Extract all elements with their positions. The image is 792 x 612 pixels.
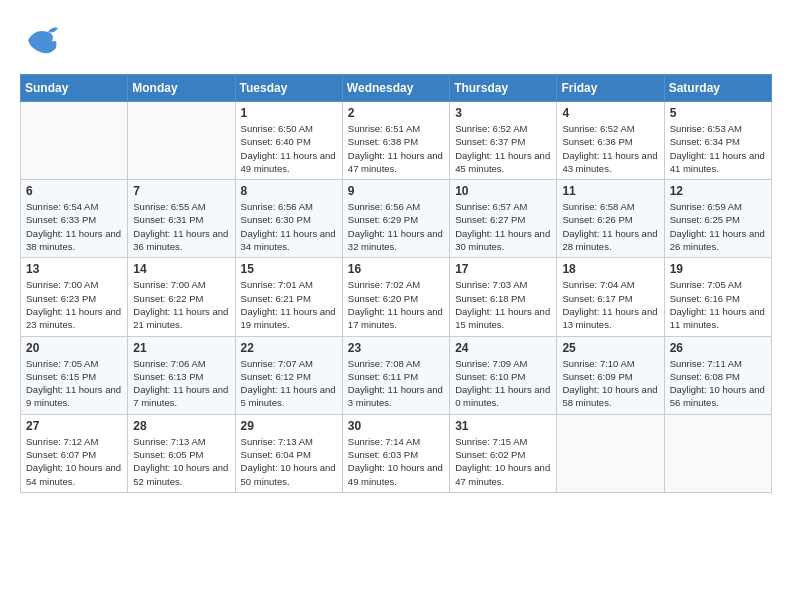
calendar-cell: 2Sunrise: 6:51 AM Sunset: 6:38 PM Daylig… xyxy=(342,102,449,180)
calendar-cell: 24Sunrise: 7:09 AM Sunset: 6:10 PM Dayli… xyxy=(450,336,557,414)
day-info: Sunrise: 6:57 AM Sunset: 6:27 PM Dayligh… xyxy=(455,200,551,253)
day-number: 25 xyxy=(562,341,658,355)
day-number: 13 xyxy=(26,262,122,276)
calendar-cell: 16Sunrise: 7:02 AM Sunset: 6:20 PM Dayli… xyxy=(342,258,449,336)
calendar-cell: 10Sunrise: 6:57 AM Sunset: 6:27 PM Dayli… xyxy=(450,180,557,258)
day-number: 23 xyxy=(348,341,444,355)
weekday-header-row: SundayMondayTuesdayWednesdayThursdayFrid… xyxy=(21,75,772,102)
calendar-cell xyxy=(21,102,128,180)
calendar-cell: 4Sunrise: 6:52 AM Sunset: 6:36 PM Daylig… xyxy=(557,102,664,180)
day-number: 2 xyxy=(348,106,444,120)
day-number: 7 xyxy=(133,184,229,198)
calendar-cell: 26Sunrise: 7:11 AM Sunset: 6:08 PM Dayli… xyxy=(664,336,771,414)
day-number: 19 xyxy=(670,262,766,276)
day-info: Sunrise: 7:14 AM Sunset: 6:03 PM Dayligh… xyxy=(348,435,444,488)
calendar-cell: 19Sunrise: 7:05 AM Sunset: 6:16 PM Dayli… xyxy=(664,258,771,336)
day-info: Sunrise: 7:10 AM Sunset: 6:09 PM Dayligh… xyxy=(562,357,658,410)
page-header xyxy=(20,20,772,64)
calendar-table: SundayMondayTuesdayWednesdayThursdayFrid… xyxy=(20,74,772,493)
day-info: Sunrise: 6:52 AM Sunset: 6:36 PM Dayligh… xyxy=(562,122,658,175)
day-info: Sunrise: 7:07 AM Sunset: 6:12 PM Dayligh… xyxy=(241,357,337,410)
weekday-header-tuesday: Tuesday xyxy=(235,75,342,102)
week-row-3: 13Sunrise: 7:00 AM Sunset: 6:23 PM Dayli… xyxy=(21,258,772,336)
day-number: 14 xyxy=(133,262,229,276)
day-number: 15 xyxy=(241,262,337,276)
day-number: 10 xyxy=(455,184,551,198)
calendar-cell: 8Sunrise: 6:56 AM Sunset: 6:30 PM Daylig… xyxy=(235,180,342,258)
day-info: Sunrise: 7:08 AM Sunset: 6:11 PM Dayligh… xyxy=(348,357,444,410)
weekday-header-saturday: Saturday xyxy=(664,75,771,102)
day-number: 20 xyxy=(26,341,122,355)
calendar-cell: 13Sunrise: 7:00 AM Sunset: 6:23 PM Dayli… xyxy=(21,258,128,336)
day-info: Sunrise: 7:09 AM Sunset: 6:10 PM Dayligh… xyxy=(455,357,551,410)
day-number: 11 xyxy=(562,184,658,198)
day-number: 5 xyxy=(670,106,766,120)
day-number: 31 xyxy=(455,419,551,433)
calendar-cell: 7Sunrise: 6:55 AM Sunset: 6:31 PM Daylig… xyxy=(128,180,235,258)
day-number: 24 xyxy=(455,341,551,355)
day-number: 12 xyxy=(670,184,766,198)
day-info: Sunrise: 7:06 AM Sunset: 6:13 PM Dayligh… xyxy=(133,357,229,410)
day-info: Sunrise: 6:52 AM Sunset: 6:37 PM Dayligh… xyxy=(455,122,551,175)
day-info: Sunrise: 7:01 AM Sunset: 6:21 PM Dayligh… xyxy=(241,278,337,331)
day-number: 22 xyxy=(241,341,337,355)
day-number: 30 xyxy=(348,419,444,433)
calendar-cell: 5Sunrise: 6:53 AM Sunset: 6:34 PM Daylig… xyxy=(664,102,771,180)
weekday-header-thursday: Thursday xyxy=(450,75,557,102)
calendar-cell: 14Sunrise: 7:00 AM Sunset: 6:22 PM Dayli… xyxy=(128,258,235,336)
day-info: Sunrise: 7:04 AM Sunset: 6:17 PM Dayligh… xyxy=(562,278,658,331)
day-number: 16 xyxy=(348,262,444,276)
week-row-4: 20Sunrise: 7:05 AM Sunset: 6:15 PM Dayli… xyxy=(21,336,772,414)
day-number: 21 xyxy=(133,341,229,355)
day-info: Sunrise: 7:02 AM Sunset: 6:20 PM Dayligh… xyxy=(348,278,444,331)
day-info: Sunrise: 7:12 AM Sunset: 6:07 PM Dayligh… xyxy=(26,435,122,488)
day-info: Sunrise: 7:03 AM Sunset: 6:18 PM Dayligh… xyxy=(455,278,551,331)
weekday-header-sunday: Sunday xyxy=(21,75,128,102)
calendar-cell: 23Sunrise: 7:08 AM Sunset: 6:11 PM Dayli… xyxy=(342,336,449,414)
calendar-cell xyxy=(557,414,664,492)
logo xyxy=(20,20,64,64)
day-info: Sunrise: 7:05 AM Sunset: 6:16 PM Dayligh… xyxy=(670,278,766,331)
day-info: Sunrise: 7:05 AM Sunset: 6:15 PM Dayligh… xyxy=(26,357,122,410)
week-row-1: 1Sunrise: 6:50 AM Sunset: 6:40 PM Daylig… xyxy=(21,102,772,180)
day-number: 17 xyxy=(455,262,551,276)
calendar-cell: 17Sunrise: 7:03 AM Sunset: 6:18 PM Dayli… xyxy=(450,258,557,336)
week-row-2: 6Sunrise: 6:54 AM Sunset: 6:33 PM Daylig… xyxy=(21,180,772,258)
calendar-cell: 1Sunrise: 6:50 AM Sunset: 6:40 PM Daylig… xyxy=(235,102,342,180)
calendar-cell: 30Sunrise: 7:14 AM Sunset: 6:03 PM Dayli… xyxy=(342,414,449,492)
calendar-cell: 3Sunrise: 6:52 AM Sunset: 6:37 PM Daylig… xyxy=(450,102,557,180)
day-info: Sunrise: 7:11 AM Sunset: 6:08 PM Dayligh… xyxy=(670,357,766,410)
weekday-header-friday: Friday xyxy=(557,75,664,102)
calendar-cell: 22Sunrise: 7:07 AM Sunset: 6:12 PM Dayli… xyxy=(235,336,342,414)
day-number: 6 xyxy=(26,184,122,198)
day-number: 4 xyxy=(562,106,658,120)
calendar-cell: 12Sunrise: 6:59 AM Sunset: 6:25 PM Dayli… xyxy=(664,180,771,258)
day-number: 8 xyxy=(241,184,337,198)
day-info: Sunrise: 6:50 AM Sunset: 6:40 PM Dayligh… xyxy=(241,122,337,175)
calendar-cell: 18Sunrise: 7:04 AM Sunset: 6:17 PM Dayli… xyxy=(557,258,664,336)
day-number: 9 xyxy=(348,184,444,198)
calendar-cell: 11Sunrise: 6:58 AM Sunset: 6:26 PM Dayli… xyxy=(557,180,664,258)
logo-icon xyxy=(20,20,60,60)
day-info: Sunrise: 6:53 AM Sunset: 6:34 PM Dayligh… xyxy=(670,122,766,175)
calendar-cell xyxy=(664,414,771,492)
calendar-cell: 27Sunrise: 7:12 AM Sunset: 6:07 PM Dayli… xyxy=(21,414,128,492)
day-info: Sunrise: 7:13 AM Sunset: 6:04 PM Dayligh… xyxy=(241,435,337,488)
day-number: 28 xyxy=(133,419,229,433)
calendar-cell: 25Sunrise: 7:10 AM Sunset: 6:09 PM Dayli… xyxy=(557,336,664,414)
day-number: 1 xyxy=(241,106,337,120)
calendar-cell: 20Sunrise: 7:05 AM Sunset: 6:15 PM Dayli… xyxy=(21,336,128,414)
day-number: 29 xyxy=(241,419,337,433)
week-row-5: 27Sunrise: 7:12 AM Sunset: 6:07 PM Dayli… xyxy=(21,414,772,492)
calendar-cell: 6Sunrise: 6:54 AM Sunset: 6:33 PM Daylig… xyxy=(21,180,128,258)
day-info: Sunrise: 6:54 AM Sunset: 6:33 PM Dayligh… xyxy=(26,200,122,253)
calendar-cell: 9Sunrise: 6:56 AM Sunset: 6:29 PM Daylig… xyxy=(342,180,449,258)
calendar-cell: 15Sunrise: 7:01 AM Sunset: 6:21 PM Dayli… xyxy=(235,258,342,336)
day-info: Sunrise: 6:59 AM Sunset: 6:25 PM Dayligh… xyxy=(670,200,766,253)
calendar-cell xyxy=(128,102,235,180)
weekday-header-wednesday: Wednesday xyxy=(342,75,449,102)
day-number: 18 xyxy=(562,262,658,276)
calendar-cell: 29Sunrise: 7:13 AM Sunset: 6:04 PM Dayli… xyxy=(235,414,342,492)
day-info: Sunrise: 6:51 AM Sunset: 6:38 PM Dayligh… xyxy=(348,122,444,175)
calendar-cell: 28Sunrise: 7:13 AM Sunset: 6:05 PM Dayli… xyxy=(128,414,235,492)
